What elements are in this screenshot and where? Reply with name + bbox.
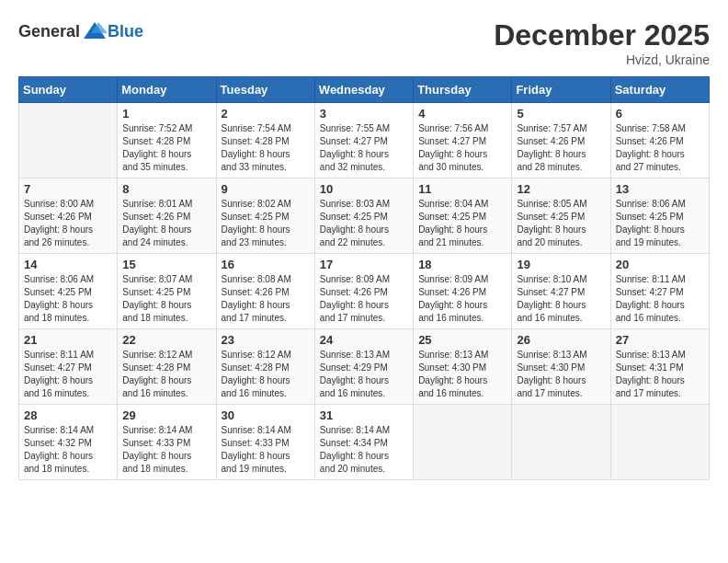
logo: General Blue xyxy=(18,18,143,44)
month-title: December 2025 xyxy=(494,18,710,52)
day-info: Sunrise: 8:14 AMSunset: 4:34 PMDaylight:… xyxy=(320,424,408,476)
calendar-week-row: 14Sunrise: 8:06 AMSunset: 4:25 PMDayligh… xyxy=(19,254,710,329)
day-info: Sunrise: 7:55 AMSunset: 4:27 PMDaylight:… xyxy=(320,122,408,174)
calendar-cell: 3Sunrise: 7:55 AMSunset: 4:27 PMDaylight… xyxy=(314,103,413,178)
logo-general: General xyxy=(18,22,80,41)
day-info: Sunrise: 8:10 AMSunset: 4:27 PMDaylight:… xyxy=(517,273,605,325)
day-info: Sunrise: 7:57 AMSunset: 4:26 PMDaylight:… xyxy=(517,122,605,174)
day-number: 9 xyxy=(222,182,310,196)
calendar-cell: 17Sunrise: 8:09 AMSunset: 4:26 PMDayligh… xyxy=(314,254,413,329)
day-info: Sunrise: 8:04 AMSunset: 4:25 PMDaylight:… xyxy=(418,198,506,249)
calendar-cell xyxy=(19,103,118,178)
day-info: Sunrise: 8:13 AMSunset: 4:31 PMDaylight:… xyxy=(616,349,704,400)
day-number: 5 xyxy=(517,107,605,121)
day-info: Sunrise: 8:14 AMSunset: 4:33 PMDaylight:… xyxy=(122,424,210,476)
calendar-day-header: Thursday xyxy=(414,77,512,103)
calendar-cell: 25Sunrise: 8:13 AMSunset: 4:30 PMDayligh… xyxy=(414,329,512,405)
day-info: Sunrise: 8:13 AMSunset: 4:30 PMDaylight:… xyxy=(418,349,506,400)
day-number: 3 xyxy=(320,107,408,121)
calendar-cell: 14Sunrise: 8:06 AMSunset: 4:25 PMDayligh… xyxy=(19,254,118,329)
day-number: 21 xyxy=(24,333,112,347)
day-number: 23 xyxy=(222,333,310,347)
calendar-cell: 23Sunrise: 8:12 AMSunset: 4:28 PMDayligh… xyxy=(216,329,314,405)
calendar-cell: 31Sunrise: 8:14 AMSunset: 4:34 PMDayligh… xyxy=(314,405,413,480)
calendar-cell: 10Sunrise: 8:03 AMSunset: 4:25 PMDayligh… xyxy=(314,178,413,254)
day-info: Sunrise: 7:58 AMSunset: 4:26 PMDaylight:… xyxy=(616,122,704,174)
day-number: 17 xyxy=(320,258,408,271)
calendar-cell: 24Sunrise: 8:13 AMSunset: 4:29 PMDayligh… xyxy=(314,329,413,405)
calendar-day-header: Sunday xyxy=(19,77,118,103)
calendar-week-row: 7Sunrise: 8:00 AMSunset: 4:26 PMDaylight… xyxy=(19,178,710,254)
calendar-cell: 20Sunrise: 8:11 AMSunset: 4:27 PMDayligh… xyxy=(610,254,709,329)
calendar-week-row: 21Sunrise: 8:11 AMSunset: 4:27 PMDayligh… xyxy=(19,329,710,405)
day-info: Sunrise: 8:12 AMSunset: 4:28 PMDaylight:… xyxy=(122,349,210,400)
calendar-cell: 19Sunrise: 8:10 AMSunset: 4:27 PMDayligh… xyxy=(512,254,610,329)
day-number: 14 xyxy=(24,258,112,271)
day-info: Sunrise: 8:06 AMSunset: 4:25 PMDaylight:… xyxy=(616,198,704,249)
calendar-cell: 21Sunrise: 8:11 AMSunset: 4:27 PMDayligh… xyxy=(19,329,118,405)
calendar-cell: 11Sunrise: 8:04 AMSunset: 4:25 PMDayligh… xyxy=(414,178,512,254)
calendar-body: 1Sunrise: 7:52 AMSunset: 4:28 PMDaylight… xyxy=(19,103,710,480)
day-info: Sunrise: 8:03 AMSunset: 4:25 PMDaylight:… xyxy=(320,198,408,249)
day-number: 10 xyxy=(320,182,408,196)
calendar-cell: 26Sunrise: 8:13 AMSunset: 4:30 PMDayligh… xyxy=(512,329,610,405)
calendar-cell: 22Sunrise: 8:12 AMSunset: 4:28 PMDayligh… xyxy=(118,329,216,405)
day-info: Sunrise: 8:13 AMSunset: 4:30 PMDaylight:… xyxy=(517,349,605,400)
day-info: Sunrise: 8:02 AMSunset: 4:25 PMDaylight:… xyxy=(222,198,310,249)
day-number: 15 xyxy=(122,258,210,271)
day-number: 8 xyxy=(122,182,210,196)
page-header: General Blue December 2025 Hvizd, Ukrain… xyxy=(18,18,710,67)
logo-icon xyxy=(82,18,108,44)
calendar-week-row: 1Sunrise: 7:52 AMSunset: 4:28 PMDaylight… xyxy=(19,103,710,178)
calendar-day-header: Monday xyxy=(118,77,216,103)
calendar-day-header: Saturday xyxy=(610,77,709,103)
calendar-cell: 6Sunrise: 7:58 AMSunset: 4:26 PMDaylight… xyxy=(610,103,709,178)
day-number: 20 xyxy=(616,258,704,271)
day-number: 16 xyxy=(222,258,310,271)
day-info: Sunrise: 8:07 AMSunset: 4:25 PMDaylight:… xyxy=(122,273,210,325)
day-info: Sunrise: 8:12 AMSunset: 4:28 PMDaylight:… xyxy=(222,349,310,400)
day-number: 4 xyxy=(418,107,506,121)
day-number: 31 xyxy=(320,408,408,422)
day-info: Sunrise: 8:11 AMSunset: 4:27 PMDaylight:… xyxy=(24,349,112,400)
day-info: Sunrise: 8:05 AMSunset: 4:25 PMDaylight:… xyxy=(517,198,605,249)
day-info: Sunrise: 8:08 AMSunset: 4:26 PMDaylight:… xyxy=(222,273,310,325)
day-info: Sunrise: 8:14 AMSunset: 4:33 PMDaylight:… xyxy=(222,424,310,476)
day-info: Sunrise: 8:11 AMSunset: 4:27 PMDaylight:… xyxy=(616,273,704,325)
day-info: Sunrise: 8:14 AMSunset: 4:32 PMDaylight:… xyxy=(24,424,112,476)
day-info: Sunrise: 8:13 AMSunset: 4:29 PMDaylight:… xyxy=(320,349,408,400)
calendar-cell: 1Sunrise: 7:52 AMSunset: 4:28 PMDaylight… xyxy=(118,103,216,178)
day-info: Sunrise: 7:52 AMSunset: 4:28 PMDaylight:… xyxy=(122,122,210,174)
calendar-cell: 13Sunrise: 8:06 AMSunset: 4:25 PMDayligh… xyxy=(610,178,709,254)
day-number: 2 xyxy=(222,107,310,121)
calendar-cell xyxy=(610,405,709,480)
calendar-cell: 5Sunrise: 7:57 AMSunset: 4:26 PMDaylight… xyxy=(512,103,610,178)
calendar-week-row: 28Sunrise: 8:14 AMSunset: 4:32 PMDayligh… xyxy=(19,405,710,480)
calendar-header: SundayMondayTuesdayWednesdayThursdayFrid… xyxy=(19,77,710,103)
day-info: Sunrise: 8:00 AMSunset: 4:26 PMDaylight:… xyxy=(24,198,112,249)
calendar-cell: 8Sunrise: 8:01 AMSunset: 4:26 PMDaylight… xyxy=(118,178,216,254)
calendar-day-header: Friday xyxy=(512,77,610,103)
day-info: Sunrise: 7:54 AMSunset: 4:28 PMDaylight:… xyxy=(222,122,310,174)
calendar-cell: 30Sunrise: 8:14 AMSunset: 4:33 PMDayligh… xyxy=(216,405,314,480)
day-number: 29 xyxy=(122,408,210,422)
day-number: 12 xyxy=(517,182,605,196)
calendar-cell: 4Sunrise: 7:56 AMSunset: 4:27 PMDaylight… xyxy=(414,103,512,178)
location: Hvizd, Ukraine xyxy=(494,52,710,67)
day-number: 27 xyxy=(616,333,704,347)
day-number: 22 xyxy=(122,333,210,347)
calendar-cell: 27Sunrise: 8:13 AMSunset: 4:31 PMDayligh… xyxy=(610,329,709,405)
day-info: Sunrise: 8:09 AMSunset: 4:26 PMDaylight:… xyxy=(418,273,506,325)
calendar-cell: 7Sunrise: 8:00 AMSunset: 4:26 PMDaylight… xyxy=(19,178,118,254)
logo-blue: Blue xyxy=(108,22,143,41)
calendar-cell xyxy=(512,405,610,480)
calendar-cell: 29Sunrise: 8:14 AMSunset: 4:33 PMDayligh… xyxy=(118,405,216,480)
calendar-cell xyxy=(414,405,512,480)
day-info: Sunrise: 8:09 AMSunset: 4:26 PMDaylight:… xyxy=(320,273,408,325)
calendar-table: SundayMondayTuesdayWednesdayThursdayFrid… xyxy=(18,76,710,480)
day-info: Sunrise: 8:01 AMSunset: 4:26 PMDaylight:… xyxy=(122,198,210,249)
calendar-cell: 16Sunrise: 8:08 AMSunset: 4:26 PMDayligh… xyxy=(216,254,314,329)
day-number: 6 xyxy=(616,107,704,121)
day-number: 7 xyxy=(24,182,112,196)
day-number: 30 xyxy=(222,408,310,422)
